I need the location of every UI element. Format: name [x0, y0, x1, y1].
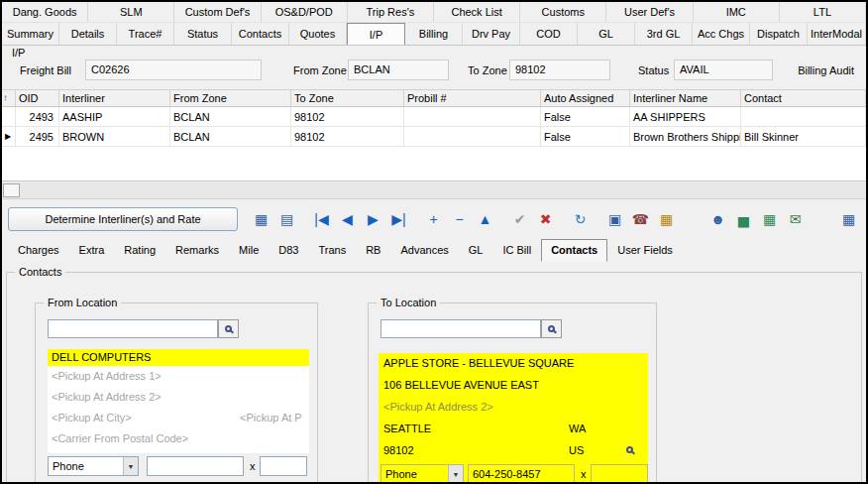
tab-custom-defs[interactable]: Custom Def's — [174, 2, 261, 22]
to-city-field[interactable]: SEATTLE — [383, 423, 431, 434]
subtab-rating[interactable]: Rating — [114, 239, 165, 262]
spreadsheet-icon[interactable]: ▦ — [758, 207, 781, 230]
column-header-contact[interactable]: Contact — [741, 90, 866, 106]
cell-probill[interactable] — [404, 127, 541, 146]
to-ext-input[interactable] — [591, 464, 648, 484]
column-header-to-zone[interactable]: To Zone — [291, 90, 404, 106]
from-zone-field[interactable]: BCLAN — [348, 60, 449, 80]
from-address1-field[interactable]: <Pickup At Address 1> — [52, 370, 162, 382]
to-country-field[interactable]: US — [569, 444, 584, 456]
from-location-lookup-button[interactable] — [218, 319, 239, 338]
post-edit-icon[interactable]: ✔ — [508, 207, 531, 230]
queue-grid-icon[interactable]: ▦ — [837, 207, 860, 230]
from-location-search-input[interactable] — [48, 319, 218, 338]
grid-horizontal-scrollbar[interactable] — [2, 182, 866, 199]
window-icon[interactable]: ▣ — [603, 207, 626, 230]
tab-ltl[interactable]: LTL — [780, 2, 866, 22]
cell-probill[interactable] — [404, 107, 541, 126]
cell-auto-assigned[interactable]: False — [541, 127, 630, 146]
tab-intermodal[interactable]: InterModal — [808, 23, 866, 45]
subtab-mile[interactable]: Mile — [229, 239, 269, 262]
tab-quotes[interactable]: Quotes — [289, 23, 347, 45]
tab-dang-goods[interactable]: Dang. Goods — [2, 2, 88, 22]
from-phone-type-select[interactable]: Phone ▼ — [48, 456, 139, 476]
subtab-gl[interactable]: GL — [459, 239, 493, 262]
cell-contact[interactable]: Bill Skinner — [741, 127, 866, 146]
tab-imc[interactable]: IMC — [694, 2, 780, 22]
determine-rate-button[interactable]: Determine Interliner(s) and Rate — [8, 207, 238, 231]
column-header-from-zone[interactable]: From Zone — [170, 90, 291, 106]
calculator-icon[interactable]: ▦ — [655, 207, 678, 230]
table-row[interactable]: ▶ 2495 BROWN BCLAN 98102 False Brown Bro… — [2, 127, 866, 147]
to-address2-field[interactable]: <Pickup At Address 2> — [383, 401, 493, 413]
tab-cod[interactable]: COD — [520, 23, 578, 45]
to-location-lookup-button[interactable] — [541, 319, 562, 338]
postal-lookup-button[interactable] — [620, 441, 638, 457]
table-row[interactable]: 2493 AASHIP BCLAN 98102 False AA SHIPPER… — [2, 107, 866, 127]
form-view-icon[interactable]: ▤ — [275, 207, 298, 230]
cell-to-zone[interactable]: 98102 — [291, 127, 404, 146]
to-phone-number-input[interactable]: 604-250-8457 — [468, 464, 575, 484]
from-postal-field[interactable]: <Carrier From Postal Code> — [52, 432, 188, 444]
status-field[interactable]: AVAIL — [674, 60, 773, 80]
tab-osd-pod[interactable]: OS&D/POD — [262, 2, 348, 22]
mail-icon[interactable]: ✉ — [784, 207, 807, 230]
column-header-oid[interactable]: OID — [16, 90, 59, 106]
from-ext-input[interactable] — [260, 456, 307, 476]
tab-summary[interactable]: Summary — [2, 23, 59, 45]
tab-trace[interactable]: Trace# — [117, 23, 174, 45]
column-header-interliner[interactable]: Interliner — [59, 90, 170, 106]
cell-interliner-name[interactable]: AA SHIPPERS — [630, 107, 741, 126]
column-header-interliner-name[interactable]: Interliner Name — [630, 90, 741, 106]
column-header-auto-assigned[interactable]: Auto Assigned — [541, 90, 630, 106]
from-company-field[interactable]: DELL COMPUTERS — [48, 349, 309, 366]
to-province-field[interactable]: WA — [569, 423, 586, 434]
cell-oid[interactable]: 2495 — [16, 127, 59, 146]
tab-check-list[interactable]: Check List — [434, 2, 520, 22]
cell-from-zone[interactable]: BCLAN — [170, 127, 291, 146]
tab-contacts[interactable]: Contacts — [232, 23, 289, 45]
contact-phone-icon[interactable]: ☎ — [629, 207, 652, 230]
insert-record-icon[interactable]: + — [422, 207, 445, 230]
last-record-icon[interactable]: ▶| — [387, 207, 410, 230]
to-zone-field[interactable]: 98102 — [509, 60, 610, 80]
prior-record-icon[interactable]: ◀ — [336, 207, 359, 230]
subtab-ic-bill[interactable]: IC Bill — [492, 239, 541, 262]
subtab-user-fields[interactable]: User Fields — [607, 239, 683, 262]
cell-contact[interactable] — [741, 107, 866, 126]
freight-bill-field[interactable]: C02626 — [85, 60, 262, 80]
cancel-edit-icon[interactable]: ✖ — [534, 207, 557, 230]
refresh-icon[interactable]: ↻ — [569, 207, 592, 230]
column-header-probill[interactable]: Probill # — [404, 90, 541, 106]
subtab-advances[interactable]: Advances — [390, 239, 458, 262]
row-selector[interactable] — [2, 107, 16, 126]
tab-trip-ress[interactable]: Trip Res's — [348, 2, 434, 22]
subtab-remarks[interactable]: Remarks — [165, 239, 229, 262]
subtab-rb[interactable]: RB — [356, 239, 390, 262]
to-address1-field[interactable]: 106 BELLEVUE AVENUE EAST — [383, 379, 539, 391]
tab-gl[interactable]: GL — [578, 23, 635, 45]
tab-acc-chgs[interactable]: Acc Chgs — [693, 23, 750, 45]
to-postal-field[interactable]: 98102 — [383, 444, 414, 456]
first-record-icon[interactable]: |◀ — [310, 207, 333, 230]
cell-interliner[interactable]: AASHIP — [59, 107, 170, 126]
from-phone-number-input[interactable] — [147, 456, 244, 476]
cell-to-zone[interactable]: 98102 — [291, 107, 404, 126]
billing-audit-label[interactable]: Billing Audit — [798, 64, 854, 76]
users-icon[interactable]: ☻ — [706, 207, 729, 230]
tab-customs[interactable]: Customs — [520, 2, 606, 22]
to-phone-type-select[interactable]: Phone ▼ — [380, 464, 464, 484]
scrollbar-thumb[interactable] — [3, 183, 20, 197]
cell-interliner-name[interactable]: Brown Brothers Shippin — [630, 127, 741, 146]
tab-ip[interactable]: I/P — [347, 23, 405, 45]
tab-status[interactable]: Status — [174, 23, 232, 45]
tab-details[interactable]: Details — [59, 23, 117, 45]
chart-icon[interactable]: ▅ — [732, 207, 755, 230]
to-company-field[interactable]: APPLE STORE - BELLEVUE SQUARE — [383, 357, 574, 369]
edit-record-icon[interactable]: ▲ — [474, 207, 496, 230]
delete-record-icon[interactable]: − — [448, 207, 471, 230]
subtab-trans[interactable]: Trans — [308, 239, 356, 262]
tab-billing[interactable]: Billing — [405, 23, 463, 45]
next-record-icon[interactable]: ▶ — [362, 207, 384, 230]
active-row-indicator[interactable]: ▶ — [2, 127, 16, 146]
